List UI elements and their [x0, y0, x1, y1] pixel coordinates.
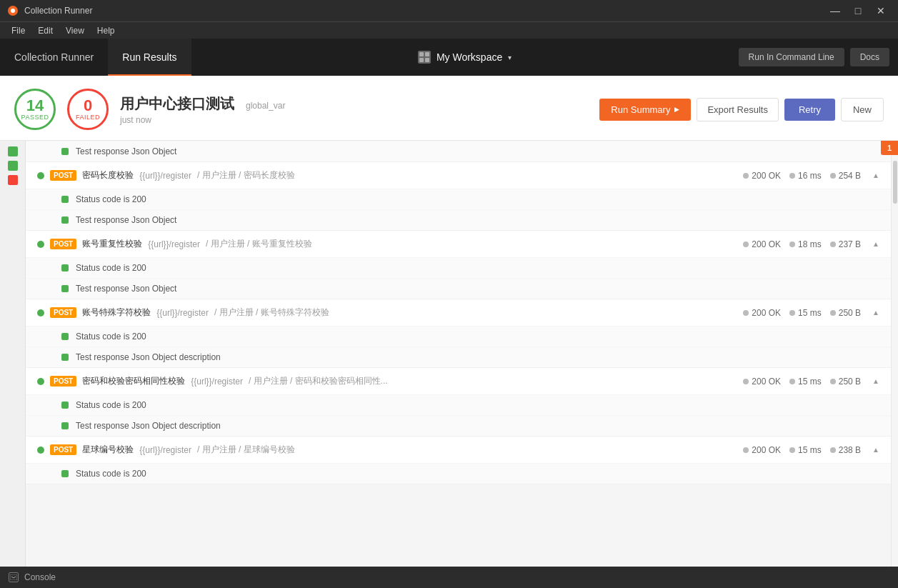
console-bar[interactable]: Console: [0, 567, 898, 588]
req-path: / 用户注册 / 账号特殊字符校验: [214, 307, 737, 319]
test-status-dot: [61, 333, 69, 340]
req-status-dot: [37, 309, 44, 317]
test-name: Test response Json Object description: [76, 352, 221, 362]
req-meta: 200 OK 15 ms 238 B: [743, 445, 861, 455]
export-results-button[interactable]: Export Results: [697, 98, 779, 121]
req-size: 238 B: [830, 445, 861, 455]
req-method: POST: [50, 307, 76, 318]
scrollbar[interactable]: 1: [891, 141, 898, 567]
test-row-3-1: Status code is 200: [26, 257, 891, 278]
run-actions: Run Summary ▶ Export Results Retry New: [599, 98, 884, 121]
test-row-6-1: Status code is 200: [26, 463, 891, 484]
req-name: 账号特殊字符校验: [82, 307, 151, 319]
scroll-badge: 1: [881, 141, 898, 155]
menu-file[interactable]: File: [6, 24, 31, 37]
menu-view[interactable]: View: [60, 24, 90, 37]
test-name: Test response Json Object: [76, 146, 176, 156]
run-info: 用户中心接口测试 global_var just now: [120, 94, 588, 125]
collapse-icon[interactable]: ▲: [872, 446, 879, 454]
close-button[interactable]: ✕: [871, 4, 891, 18]
req-time: 15 ms: [789, 445, 822, 455]
req-name: 密码和校验密码相同性校验: [82, 375, 185, 387]
req-status: 200 OK: [743, 377, 781, 387]
collapse-icon[interactable]: ▲: [872, 171, 879, 179]
run-summary-chevron-icon: ▶: [674, 106, 679, 113]
test-row: Test response Json Object: [26, 141, 891, 161]
request-group-2: POST 密码长度校验 {{url}}/register / 用户注册 / 密码…: [26, 162, 891, 231]
title-bar-title: Collection Runner: [24, 6, 92, 16]
req-time: 15 ms: [789, 377, 822, 387]
req-status-dot: [37, 172, 44, 179]
req-path: / 用户注册 / 密码和校验密码相同性...: [249, 375, 737, 387]
indicator-0[interactable]: [8, 146, 18, 156]
req-status-dot: [37, 378, 44, 385]
req-status-dot: [37, 447, 44, 454]
nav-right: Run In Command Line Docs: [739, 48, 898, 66]
run-title: 用户中心接口测试: [120, 94, 234, 114]
new-button[interactable]: New: [841, 98, 884, 121]
passed-count: 14: [26, 98, 44, 114]
tab-collection-runner[interactable]: Collection Runner: [0, 39, 108, 76]
req-name: 密码长度校验: [82, 169, 134, 181]
req-status: 200 OK: [743, 308, 781, 318]
req-url: {{url}}/register: [139, 171, 191, 181]
collapse-icon[interactable]: ▲: [872, 309, 879, 317]
passed-label: PASSED: [21, 114, 49, 121]
run-summary-button[interactable]: Run Summary ▶: [599, 99, 691, 121]
test-row-5-2: Test response Json Object description: [26, 415, 891, 436]
docs-button[interactable]: Docs: [850, 48, 889, 66]
request-group-3: POST 账号重复性校验 {{url}}/register / 用户注册 / 账…: [26, 231, 891, 299]
req-path: / 用户注册 / 密码长度校验: [197, 169, 737, 181]
scrollbar-thumb[interactable]: [893, 161, 897, 204]
req-meta: 200 OK 15 ms 250 B: [743, 377, 861, 387]
req-url: {{url}}/register: [139, 445, 191, 455]
title-bar: Collection Runner — □ ✕: [0, 0, 898, 21]
test-status-dot: [61, 402, 69, 409]
sidebar-indicators: [0, 141, 26, 567]
menu-edit[interactable]: Edit: [32, 24, 59, 37]
req-path: / 用户注册 / 星球编号校验: [197, 444, 737, 456]
title-bar-controls: — □ ✕: [825, 4, 891, 18]
req-method: POST: [50, 376, 76, 387]
request-group-6: POST 星球编号校验 {{url}}/register / 用户注册 / 星球…: [26, 437, 891, 484]
retry-button[interactable]: Retry: [784, 99, 835, 121]
test-status-dot: [61, 196, 69, 203]
request-row-3[interactable]: POST 账号重复性校验 {{url}}/register / 用户注册 / 账…: [26, 231, 891, 257]
run-in-command-line-button[interactable]: Run In Command Line: [739, 48, 844, 66]
request-row-5[interactable]: POST 密码和校验密码相同性校验 {{url}}/register / 用户注…: [26, 368, 891, 394]
test-status-dot: [61, 285, 69, 292]
collapse-icon[interactable]: ▲: [872, 240, 879, 248]
test-name: Test response Json Object: [76, 284, 176, 294]
req-meta: 200 OK 15 ms 250 B: [743, 308, 861, 318]
request-row-6[interactable]: POST 星球编号校验 {{url}}/register / 用户注册 / 星球…: [26, 437, 891, 463]
svg-rect-2: [10, 574, 17, 580]
test-name: Test response Json Object description: [76, 421, 221, 431]
request-group-4: POST 账号特殊字符校验 {{url}}/register / 用户注册 / …: [26, 299, 891, 368]
maximize-button[interactable]: □: [848, 4, 868, 18]
test-row-2-2: Test response Json Object: [26, 209, 891, 230]
workspace-icon: [418, 51, 431, 64]
menu-help[interactable]: Help: [91, 24, 121, 37]
failed-label: FAILED: [76, 114, 100, 121]
req-method: POST: [50, 239, 76, 249]
collapse-icon[interactable]: ▲: [872, 377, 879, 385]
test-row-3-2: Test response Json Object: [26, 278, 891, 299]
request-row-4[interactable]: POST 账号特殊字符校验 {{url}}/register / 用户注册 / …: [26, 299, 891, 326]
minimize-button[interactable]: —: [825, 4, 845, 18]
workspace-name[interactable]: My Workspace: [436, 51, 502, 63]
title-bar-left: Collection Runner: [7, 5, 92, 16]
console-label: Console: [24, 572, 56, 582]
req-size: 254 B: [830, 171, 861, 181]
indicator-1[interactable]: [8, 161, 18, 171]
tab-run-results[interactable]: Run Results: [108, 39, 191, 76]
req-name: 星球编号校验: [82, 444, 134, 456]
menu-bar: File Edit View Help: [0, 21, 898, 39]
request-row-2[interactable]: POST 密码长度校验 {{url}}/register / 用户注册 / 密码…: [26, 162, 891, 189]
workspace-selector[interactable]: My Workspace ▾: [191, 51, 739, 64]
request-group-5: POST 密码和校验密码相同性校验 {{url}}/register / 用户注…: [26, 368, 891, 437]
indicator-2[interactable]: [8, 175, 18, 185]
req-time: 15 ms: [789, 308, 822, 318]
workspace-dropdown-icon[interactable]: ▾: [508, 54, 512, 61]
req-meta: 200 OK 18 ms 237 B: [743, 239, 861, 249]
test-name: Status code is 200: [76, 469, 146, 479]
